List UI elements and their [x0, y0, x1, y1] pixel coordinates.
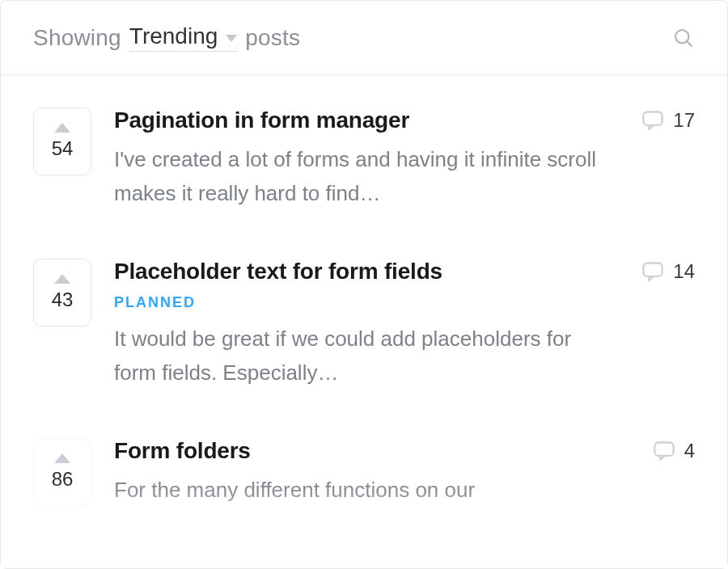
sort-dropdown[interactable]: Trending	[129, 23, 237, 52]
svg-point-0	[675, 30, 688, 43]
status-badge: PLANNED	[114, 294, 618, 311]
vote-count: 86	[52, 468, 74, 491]
post-title[interactable]: Form folders	[114, 438, 629, 464]
comments-link[interactable]: 17	[641, 109, 695, 132]
svg-rect-2	[644, 112, 662, 125]
post-item[interactable]: 54 Pagination in form manager I've creat…	[1, 83, 727, 234]
post-title[interactable]: Pagination in form manager	[114, 107, 618, 133]
upvote-arrow-icon	[54, 123, 70, 133]
upvote-arrow-icon	[54, 453, 70, 463]
chevron-down-icon	[226, 35, 237, 42]
comment-count: 17	[673, 109, 695, 132]
post-excerpt: I've created a lot of forms and having i…	[114, 143, 618, 210]
post-item[interactable]: 43 Placeholder text for form fields PLAN…	[1, 234, 727, 414]
comment-icon	[641, 260, 665, 283]
upvote-arrow-icon	[54, 274, 70, 284]
post-body: Form folders For the many different func…	[114, 438, 629, 508]
search-icon[interactable]	[672, 27, 695, 49]
showing-label: Showing	[33, 25, 121, 51]
vote-count: 54	[52, 137, 74, 160]
upvote-button[interactable]: 54	[33, 107, 91, 175]
comment-icon	[652, 440, 676, 462]
comment-icon	[641, 109, 665, 132]
post-body: Pagination in form manager I've created …	[114, 107, 618, 210]
post-excerpt: For the many different functions on our	[114, 474, 629, 508]
vote-count: 43	[52, 289, 74, 311]
sort-value: Trending	[129, 23, 218, 49]
header-bar: Showing Trending posts	[1, 1, 727, 75]
post-item[interactable]: 86 Form folders For the many different f…	[1, 414, 727, 532]
feedback-board: Showing Trending posts 54 Pagination in …	[0, 0, 728, 569]
posts-label: posts	[245, 25, 300, 51]
upvote-button[interactable]: 43	[33, 259, 91, 327]
post-excerpt: It would be great if we could add placeh…	[114, 322, 618, 390]
comment-count: 14	[673, 260, 695, 283]
svg-line-1	[687, 41, 692, 46]
post-list: 54 Pagination in form manager I've creat…	[1, 75, 727, 568]
comments-link[interactable]: 14	[641, 260, 695, 283]
post-body: Placeholder text for form fields PLANNED…	[114, 259, 618, 390]
comments-link[interactable]: 4	[652, 440, 695, 462]
post-title[interactable]: Placeholder text for form fields	[114, 259, 618, 284]
upvote-button[interactable]: 86	[33, 438, 91, 506]
svg-rect-3	[644, 263, 662, 276]
comment-count: 4	[684, 440, 695, 462]
svg-rect-4	[654, 443, 673, 456]
